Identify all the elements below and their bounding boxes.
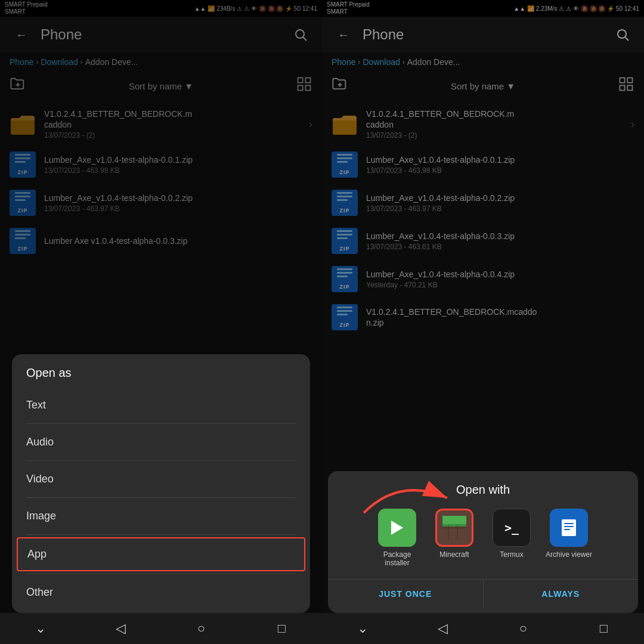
- just-once-button[interactable]: JUST ONCE: [328, 580, 483, 608]
- open-as-audio[interactable]: Audio: [12, 426, 310, 458]
- open-as-text[interactable]: Text: [12, 389, 310, 421]
- svg-rect-29: [564, 529, 570, 530]
- open-as-app[interactable]: App: [17, 537, 305, 571]
- app-item-minecraft[interactable]: Minecraft: [431, 509, 478, 567]
- open-with-modal: Open with Packageinstaller: [328, 471, 638, 613]
- svg-marker-19: [391, 521, 403, 535]
- bottom-nav-left: ⌄ ◁ ○ □: [0, 613, 322, 644]
- package-installer-label: Packageinstaller: [383, 550, 411, 567]
- termux-label: Termux: [500, 550, 523, 559]
- app-grid: Packageinstaller Minecraft: [338, 509, 628, 567]
- divider-app: [26, 574, 296, 574]
- left-screen: SMART Prepaid SMART ▲▲ 📶 234B/s ⚠ ⚠ 👁 🔕 …: [0, 0, 322, 644]
- minecraft-label: Minecraft: [439, 550, 469, 559]
- svg-rect-22: [442, 524, 466, 527]
- minecraft-icon: [435, 509, 473, 547]
- termux-icon: >_: [493, 509, 531, 547]
- app-item-archive-viewer[interactable]: Archive viewer: [545, 509, 593, 567]
- open-as-video[interactable]: Video: [12, 463, 310, 495]
- nav-down-left[interactable]: ⌄: [26, 614, 55, 643]
- app-item-termux[interactable]: >_ Termux: [488, 509, 535, 567]
- svg-rect-21: [442, 516, 466, 525]
- open-as-modal: Open as Text Audio Video Image App Other: [12, 354, 310, 613]
- archive-viewer-icon: [550, 509, 588, 547]
- open-as-image[interactable]: Image: [12, 500, 310, 532]
- svg-rect-28: [564, 526, 574, 527]
- app-item-package-installer[interactable]: Packageinstaller: [373, 509, 421, 567]
- nav-recents-right[interactable]: □: [590, 614, 618, 643]
- nav-home-left[interactable]: ○: [187, 614, 216, 643]
- svg-rect-26: [562, 519, 576, 536]
- nav-back-right[interactable]: ◁: [429, 614, 457, 643]
- divider-video: [26, 497, 296, 498]
- nav-recents-left[interactable]: □: [268, 614, 296, 643]
- modal-actions: JUST ONCE ALWAYS: [328, 579, 638, 608]
- open-as-title: Open as: [12, 366, 310, 389]
- always-button[interactable]: ALWAYS: [483, 580, 639, 608]
- open-with-title: Open with: [338, 483, 628, 497]
- package-installer-icon: [378, 509, 416, 547]
- archive-viewer-label: Archive viewer: [546, 550, 592, 559]
- divider-audio: [26, 460, 296, 461]
- nav-back-left[interactable]: ◁: [107, 614, 135, 643]
- svg-rect-27: [564, 523, 574, 524]
- divider-image: [26, 534, 296, 535]
- nav-home-right[interactable]: ○: [509, 614, 538, 643]
- nav-down-right[interactable]: ⌄: [348, 614, 377, 643]
- bottom-nav-right: ⌄ ◁ ○ □: [322, 613, 644, 644]
- divider-text: [26, 423, 296, 424]
- open-as-other[interactable]: Other: [12, 577, 310, 608]
- right-screen: SMART Prepaid SMART ▲▲ 📶 2.23M/s ⚠ ⚠ 👁 🔕…: [322, 0, 644, 644]
